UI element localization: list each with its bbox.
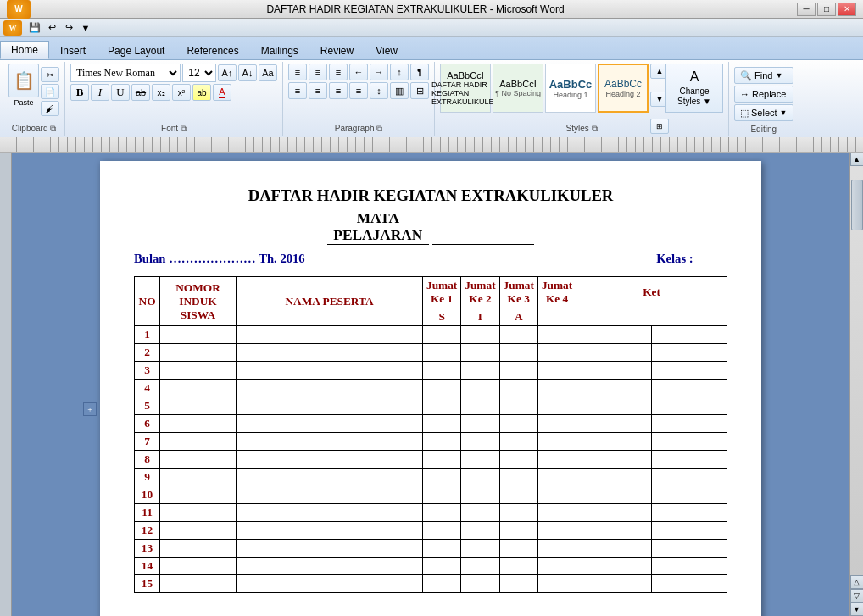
row-cell [461, 486, 499, 504]
row-cell [652, 344, 727, 362]
paste-button[interactable]: 📋 [8, 64, 39, 97]
ruler-inner [0, 137, 863, 152]
grow-font-button[interactable]: A↑ [218, 64, 237, 81]
row-cell [537, 540, 576, 558]
row-number: 4 [135, 380, 160, 397]
find-arrow: ▼ [775, 71, 782, 80]
copy-button[interactable]: 📄 [41, 84, 59, 99]
align-center-button[interactable]: ≡ [309, 82, 327, 99]
row-cell [160, 558, 237, 575]
row-cell [423, 575, 461, 593]
font-color-button[interactable]: A [213, 84, 231, 101]
replace-button[interactable]: ↔ Replace [734, 86, 793, 103]
row-cell [537, 486, 576, 504]
row-cell [652, 326, 727, 344]
row-cell [423, 522, 461, 540]
close-button[interactable]: ✕ [838, 3, 856, 16]
sort-button[interactable]: ↕ [390, 64, 409, 80]
align-right-button[interactable]: ≡ [329, 82, 348, 99]
style-normal[interactable]: AaBbCcI DAFTAR HADIR KEGIATAN EXTRAKULIK… [440, 64, 491, 113]
shading-button[interactable]: ▥ [390, 82, 409, 99]
row-cell [237, 397, 423, 415]
change-styles-button[interactable]: A ChangeStyles ▼ [665, 64, 723, 113]
row-cell [237, 415, 423, 433]
line-spacing-button[interactable]: ↕ [370, 82, 388, 99]
table-row: 5 [135, 397, 727, 415]
scroll-up-button[interactable]: ▲ [850, 153, 864, 166]
row-cell [160, 380, 237, 397]
underline-button[interactable]: U [111, 84, 130, 101]
tab-page-layout[interactable]: Page Layout [97, 41, 175, 59]
bold-button[interactable]: B [70, 84, 89, 101]
scroll-thumb[interactable] [851, 180, 863, 230]
highlight-button[interactable]: ab [192, 84, 211, 101]
scroll-down-button[interactable]: ▼ [850, 602, 864, 616]
show-marks-button[interactable]: ¶ [410, 64, 429, 80]
scroll-prev-page[interactable]: △ [850, 575, 864, 589]
increase-indent-button[interactable]: → [370, 64, 388, 80]
editing-group: 🔍 Find ▼ ↔ Replace ⬚ Select ▼ Editing [729, 62, 799, 136]
decrease-indent-button[interactable]: ← [349, 64, 368, 80]
superscript-button[interactable]: x² [172, 84, 191, 101]
select-button[interactable]: ⬚ Select ▼ [734, 104, 793, 121]
scroll-next-page[interactable]: ▽ [850, 589, 864, 602]
numbering-button[interactable]: ≡ [309, 64, 327, 80]
title-bar-title: DAFTAR HADIR KEGIATAN EXTRAKULIKULER - M… [34, 3, 797, 15]
tab-review[interactable]: Review [309, 41, 365, 59]
office-button[interactable]: W [7, 0, 31, 19]
row-cell [537, 415, 576, 433]
row-number: 13 [135, 540, 160, 558]
cut-button[interactable]: ✂ [41, 67, 59, 82]
style-no-spacing[interactable]: AaBbCcI ¶ No Spacing [493, 64, 543, 113]
multilevel-button[interactable]: ≡ [329, 64, 348, 80]
font-size-select[interactable]: 12 [182, 64, 216, 82]
align-left-button[interactable]: ≡ [288, 82, 307, 99]
qat-more-button[interactable]: ▼ [78, 20, 93, 36]
scrollbar-right[interactable]: ▲ △ ▽ ▼ [849, 153, 863, 616]
document-scroll[interactable]: + DAFTAR HADIR KEGIATAN EXTRAKULIKULER M… [12, 153, 849, 616]
tab-insert[interactable]: Insert [49, 41, 97, 59]
justify-button[interactable]: ≡ [349, 82, 368, 99]
shrink-font-button[interactable]: A↓ [238, 64, 257, 81]
clear-format-button[interactable]: Aa [259, 64, 277, 81]
subscript-button[interactable]: x₂ [152, 84, 170, 101]
minimize-button[interactable]: ─ [797, 3, 816, 16]
row-cell [499, 362, 537, 380]
font-group: Times New Roman 12 A↑ A↓ Aa B I U ab x₂ … [65, 62, 283, 136]
row-cell [576, 540, 652, 558]
col-header-a: A [499, 308, 537, 326]
office-menu-button[interactable]: W [3, 20, 22, 36]
row-cell [423, 486, 461, 504]
row-number: 2 [135, 344, 160, 362]
italic-button[interactable]: I [91, 84, 109, 101]
tab-view[interactable]: View [365, 41, 409, 59]
clipboard-group: 📋 Paste ✂ 📄 🖌 Clipboard ⧉ [3, 62, 65, 136]
strikethrough-button[interactable]: ab [131, 84, 150, 101]
redo-qat-button[interactable]: ↪ [61, 20, 76, 36]
row-cell [537, 522, 576, 540]
find-button[interactable]: 🔍 Find ▼ [734, 67, 793, 84]
title-bar-left: W [7, 0, 34, 19]
row-cell [576, 397, 652, 415]
row-cell [160, 415, 237, 433]
col-header-jumat3: JumatKe 3 [499, 277, 537, 308]
style-heading2[interactable]: AaBbCc Heading 2 [598, 64, 649, 113]
bullets-button[interactable]: ≡ [288, 64, 307, 80]
borders-button[interactable]: ⊞ [410, 82, 429, 99]
font-name-select[interactable]: Times New Roman [70, 64, 181, 82]
tab-references[interactable]: References [175, 41, 249, 59]
collapse-marker[interactable]: + [83, 402, 97, 416]
row-cell [499, 433, 537, 451]
bulan-label: Bulan ………………… Th. 2016 [134, 252, 305, 266]
format-painter-button[interactable]: 🖌 [41, 101, 59, 116]
row-cell [461, 540, 499, 558]
row-number: 10 [135, 486, 160, 504]
style-heading1[interactable]: AaBbCc Heading 1 [545, 64, 596, 113]
save-qat-button[interactable]: 💾 [27, 20, 42, 36]
left-margin [0, 153, 12, 616]
tab-home[interactable]: Home [0, 41, 49, 59]
maximize-button[interactable]: □ [817, 3, 836, 16]
table-row: 13 [135, 540, 727, 558]
tab-mailings[interactable]: Mailings [250, 41, 309, 59]
undo-qat-button[interactable]: ↩ [44, 20, 59, 36]
